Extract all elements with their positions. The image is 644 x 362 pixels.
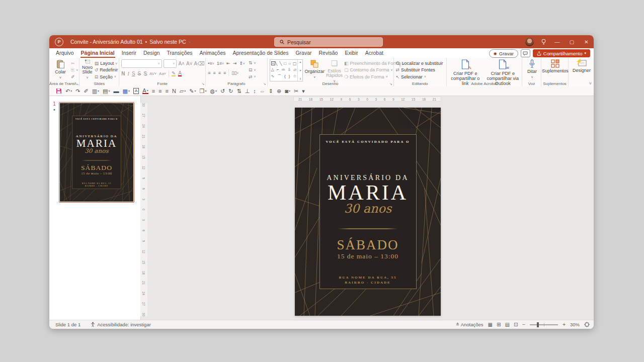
create-pdf-share-link-button[interactable]: ✎ Criar PDF e compartilhar o link [449,59,482,80]
shapes-gallery[interactable]: A╲╲□○▢ △⌐⇨⇩▱ ∿⌒{}☆ ▲▼⊼ [270,59,303,81]
tab-exibir[interactable]: Exibir [341,48,361,58]
text-box-button[interactable]: A [133,88,139,94]
slide-sorter-view-button[interactable]: ⊞ [497,322,501,327]
text-box-shape-icon[interactable]: A [271,61,275,65]
powerpoint-app-icon[interactable]: P [55,38,63,46]
tab-revisao[interactable]: Revisão [315,48,342,58]
reset-button[interactable]: ↺Redefinir [95,67,118,73]
tab-design[interactable]: Design [140,48,164,58]
shapes-gallery-scrollbar[interactable]: ▲▼⊼ [297,60,302,81]
paste-button[interactable]: Colar˅ [51,59,69,80]
format-painter-button[interactable]: ✐ [71,74,78,80]
convert-to-smartart-button[interactable]: ⇄˅ [249,73,256,80]
redo-button[interactable]: ↷ [75,88,80,94]
change-case-button[interactable]: Aa˅ [159,71,166,76]
tab-gravar[interactable]: Gravar [292,48,315,58]
slide-thumbnail[interactable]: VOCÊ ESTÁ CONVIDADO PARA O ANIVERSÁRIO D… [59,102,134,203]
accessibility-status[interactable]: Acessibilidade: investigar [91,322,151,327]
close-button[interactable]: ✕ [579,35,594,48]
tab-pagina-inicial[interactable]: Página Inicial [77,48,118,58]
minimize-button[interactable]: — [550,35,565,48]
fit-slide-to-window-icon[interactable] [584,322,590,327]
columns-button[interactable]: ▯▯˅ [231,70,238,75]
justify-button[interactable]: ≡ [223,70,226,75]
font-name-select[interactable]: ˅ [121,59,162,68]
ideas-lightbulb-icon[interactable] [537,39,550,45]
more-commands-button[interactable]: ▾ [302,88,305,94]
align-left-button[interactable]: ≡ [152,88,155,94]
numbering-button[interactable]: 1≡˅ [217,61,224,66]
clipboard-dialog-launcher-icon[interactable]: ↘ [75,82,78,86]
arrange-button[interactable]: Organizar˅ [304,59,325,80]
decrease-font-size-button[interactable]: A˅ [186,60,193,67]
share-button[interactable]: Compartilhamento ▾ [533,49,590,57]
italic-button[interactable]: I [128,71,129,76]
align-middle-button[interactable]: ↕ [253,88,256,94]
decrease-indent-button[interactable]: ⇤ [226,61,230,66]
layout-button[interactable]: ▤Layout˅ [95,60,118,66]
line-spacing-button[interactable]: ⇕˅ [239,61,245,66]
align-left-button[interactable]: ≡ [208,70,210,75]
copy-button[interactable]: ⎘ ˅ [71,67,78,73]
align-right-button[interactable]: ≡ [218,70,221,75]
font-size-select[interactable]: ˅ [164,59,177,68]
shapes-button[interactable]: ❒▾ [200,88,207,94]
zoom-in-button[interactable]: + [562,322,566,327]
character-spacing-button[interactable]: AV˅ [149,71,156,76]
section-button[interactable]: ⊟Seção˅ [95,74,118,80]
collapse-ribbon-chevron-icon[interactable]: ˅ [589,81,592,86]
distribute-vertical-button[interactable]: ⇕ [269,88,273,94]
increase-indent-button[interactable]: ⇥ [233,61,237,66]
bold-button[interactable]: N [172,88,176,94]
format-painter-button[interactable]: ✐ [84,88,88,94]
tab-transicoes[interactable]: Transições [164,48,196,58]
bold-button[interactable]: N [121,71,125,76]
text-highlight-button[interactable]: ✎ [172,71,176,76]
text-direction-button[interactable]: ⇅ [237,88,242,94]
tab-apresentacao-de-slides[interactable]: Apresentação de Slides [229,48,292,58]
save-status[interactable]: Salvo neste PC [149,39,186,45]
text-shadow-button[interactable]: S [143,71,147,76]
quick-styles-button[interactable]: ❏ Estilos Rápidos˅ [326,59,343,80]
designer-button[interactable]: ⚡ Designer [571,59,593,80]
slide-size-button[interactable]: ▬ [114,88,119,94]
tab-inserir[interactable]: Inserir [118,48,140,58]
undo-button[interactable]: ↶▾ [65,88,72,94]
align-text-button[interactable]: ⊟˅ [249,67,256,73]
replace-fonts-button[interactable]: ⇄Substituir Fontes [396,67,443,73]
new-slide-button[interactable]: Novo Slide˅ [82,59,93,80]
search-box[interactable]: Pesquisar [274,37,383,47]
dictate-button[interactable]: Ditar˅ [524,59,539,80]
reading-view-button[interactable]: ▤ [505,322,509,327]
find-replace-button[interactable]: Localizar e substituir [396,60,443,66]
record-button[interactable]: ◉ Gravar [489,49,518,58]
font-color-button[interactable]: A [178,71,182,76]
zoom-out-button[interactable]: − [522,322,525,327]
distribute-horizontal-button[interactable]: ⇔ [260,88,265,94]
zoom-slider-thumb[interactable] [537,322,539,327]
cut-button[interactable]: ✂ [71,60,78,66]
tab-arquivo[interactable]: Arquivo [52,48,77,58]
shape-effects-button[interactable]: ◍▾ [210,88,217,94]
tab-acrobat[interactable]: Acrobat [362,48,387,58]
slideshow-view-button[interactable]: ⊡ [514,322,518,327]
restore-button[interactable]: ▢ [565,35,579,48]
zoom-slider[interactable] [530,324,558,325]
align-right-button[interactable]: ≡ [165,88,168,94]
underline-button[interactable]: S [132,71,135,76]
create-pdf-share-outlook-button[interactable]: ✉ Criar PDF e compartilhar via Outlook [485,59,520,80]
clear-formatting-button[interactable]: A⌫ [194,60,204,67]
strikethrough-button[interactable]: S [138,71,141,76]
align-center-button[interactable]: ≡ [213,70,216,75]
tab-animacoes[interactable]: Animações [196,48,229,58]
addins-button[interactable]: Suplementos [543,59,568,80]
rotate-left-button[interactable]: ↺ [220,88,225,94]
user-avatar[interactable] [525,38,534,46]
drawing-dialog-launcher-icon[interactable]: ↘ [389,82,392,86]
chevron-down-icon[interactable]: ˅ [189,40,191,44]
zoom-level[interactable]: 30% [570,322,580,327]
font-color-button[interactable]: A▾ [142,88,148,94]
normal-view-button[interactable]: ▦ [488,322,493,327]
rotate-right-button[interactable]: ↻ [228,88,233,94]
select-button[interactable]: ↖Selecionar˅ [396,74,443,80]
